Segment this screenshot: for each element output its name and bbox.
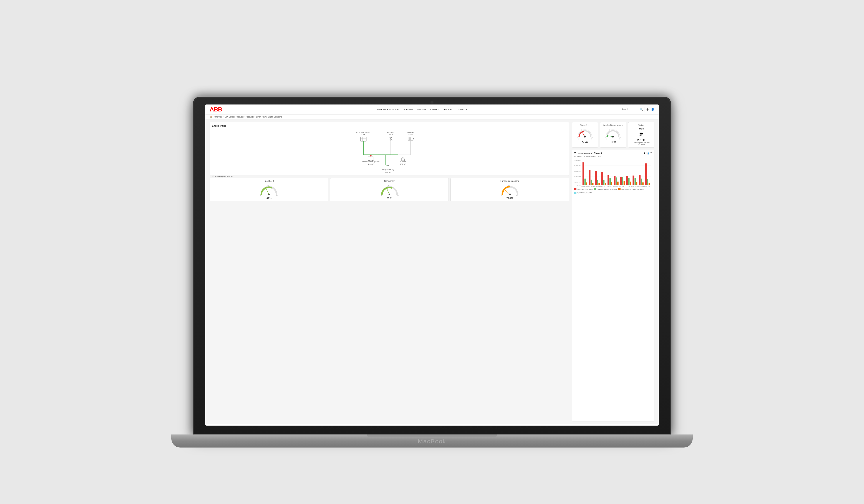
breadcrumb-lv[interactable]: Low Voltage Products xyxy=(225,116,243,118)
svg-rect-17 xyxy=(409,137,411,140)
legend-color-green xyxy=(594,188,596,190)
svg-text:Speicher: Speicher xyxy=(407,131,414,133)
svg-marker-32 xyxy=(401,157,405,159)
weather-wind: ↙ 2,8 m/s xyxy=(630,144,652,146)
svg-text:50: 50 xyxy=(581,129,582,130)
legend-label-1: Eigenzähler (P+) [kWh] xyxy=(577,189,593,190)
search-icon: 🔍 xyxy=(640,108,643,111)
verbrauch-subtitle: Dezember 2023 - November 2024 xyxy=(574,155,652,157)
svg-text:Oktober 2024: Oktober 2024 xyxy=(643,186,650,187)
svg-line-43 xyxy=(266,188,269,194)
nav-services[interactable]: Services xyxy=(417,108,427,111)
ladesaulen-title: Ladesäulen gesamt xyxy=(453,180,567,182)
speicher2-value: 61 % xyxy=(332,197,447,200)
nav-about[interactable]: About us xyxy=(443,108,452,111)
svg-rect-100 xyxy=(620,177,622,185)
svg-text:10,000 kWh: 10,000 kWh xyxy=(574,176,581,177)
chart-icon[interactable]: 📊 xyxy=(646,152,649,155)
legend-color-orange xyxy=(619,188,621,190)
autarkie-icon: ☀ xyxy=(212,175,214,178)
svg-point-28 xyxy=(368,160,370,161)
svg-rect-109 xyxy=(639,175,640,185)
svg-text:50: 50 xyxy=(267,185,269,186)
svg-rect-102 xyxy=(624,181,625,185)
svg-text:33,8 kW: 33,8 kW xyxy=(385,171,392,173)
home-icon[interactable]: 🏠 xyxy=(209,116,212,118)
svg-text:Januar 2024: Januar 2024 xyxy=(587,186,593,187)
wechselrichter-value: 1 kW xyxy=(602,141,624,144)
verbrauch-header: Verbrauchsdaten 12 Monate ⬇ 📊 ⛶ xyxy=(574,152,652,155)
breadcrumb-smart: Smart Power Digital Solutions xyxy=(256,116,282,118)
eigenzahler-value: 34 kW xyxy=(574,141,596,144)
settings-icon[interactable]: ⚙ xyxy=(646,108,649,111)
svg-text:Windkraft: Windkraft xyxy=(387,131,395,133)
legend-color-cyan xyxy=(574,192,576,194)
laptop-base xyxy=(171,434,693,447)
autarkie-value: Autarkiegrad 2,87 % xyxy=(215,175,233,178)
ladesaulen-value: 7,3 kW xyxy=(453,197,567,200)
svg-text:0: 0 xyxy=(577,137,578,139)
nav-careers[interactable]: Careers xyxy=(430,108,439,111)
svg-rect-101 xyxy=(622,177,623,185)
energy-flow-content: PV Anlage gesamt 1 kW Windkraf xyxy=(212,130,567,173)
verbrauch-actions: ⬇ 📊 ⛶ xyxy=(644,152,652,155)
svg-rect-2 xyxy=(360,137,366,141)
laptop-hinge xyxy=(367,434,497,437)
speicher2-card: Speicher 2 0 xyxy=(330,178,449,201)
energiefluss-card: Energiefluss PV Anlage gesamt 1 kW xyxy=(209,122,569,176)
legend-label-4: Eigenzähler (P-) [kWh] xyxy=(577,192,592,194)
breadcrumb-offerings[interactable]: Offerings xyxy=(214,116,222,118)
svg-rect-86 xyxy=(591,180,592,185)
svg-text:50: 50 xyxy=(609,129,610,130)
eigenzahler-gauge-svg: 0 50 100 xyxy=(576,128,594,140)
download-icon[interactable]: ⬇ xyxy=(644,152,646,155)
svg-point-66 xyxy=(612,136,614,137)
search-input[interactable] xyxy=(621,108,639,111)
search-box[interactable]: 🔍 xyxy=(620,107,645,112)
nav-industries[interactable]: Industries xyxy=(403,108,413,111)
svg-rect-87 xyxy=(592,183,593,185)
svg-rect-112 xyxy=(645,163,647,185)
svg-text:Juli 2024: Juli 2024 xyxy=(626,186,630,187)
speicher2-gauge: 0 100 50 xyxy=(332,183,447,196)
weather-temp: 2,8 °C xyxy=(630,139,652,142)
svg-text:Betrieb: Betrieb xyxy=(400,161,406,163)
verbrauchsdaten-card: Verbrauchsdaten 12 Monate ⬇ 📊 ⛶ Dezember… xyxy=(572,150,655,421)
legend-pv: PV Anlage gesamt (P+) [kWh] xyxy=(594,188,617,190)
svg-text:0: 0 xyxy=(605,137,606,139)
nav-products[interactable]: Products & Solutions xyxy=(377,108,399,111)
speicher1-gauge-svg: 0 100 50 xyxy=(259,183,279,196)
laptop-lid: ABB Products & Solutions Industries Serv… xyxy=(193,97,671,435)
svg-rect-108 xyxy=(636,182,637,185)
energy-flow-svg: PV Anlage gesamt 1 kW Windkraf xyxy=(212,130,567,173)
svg-text:0 kW: 0 kW xyxy=(409,134,413,136)
svg-text:Ladestationen gesamt: Ladestationen gesamt xyxy=(362,161,380,163)
svg-line-12 xyxy=(391,139,393,140)
user-icon[interactable]: 👤 xyxy=(651,108,655,111)
svg-text:0 kW: 0 kW xyxy=(389,134,393,136)
svg-text:5,000 kWh: 5,000 kWh xyxy=(575,181,580,183)
svg-text:0 kWh: 0 kWh xyxy=(577,184,581,186)
screen: ABB Products & Solutions Industries Serv… xyxy=(205,105,659,425)
fullscreen-icon[interactable]: ⛶ xyxy=(650,152,652,155)
legend-color-red xyxy=(574,188,576,190)
main-content: Energiefluss PV Anlage gesamt 1 kW xyxy=(205,119,659,424)
svg-text:Februar 2024: Februar 2024 xyxy=(593,186,600,187)
svg-point-29 xyxy=(372,160,373,161)
svg-line-53 xyxy=(505,190,510,194)
eigenzahler-card: Eigenzähler xyxy=(572,122,598,147)
wetter-city: Wels xyxy=(630,128,652,130)
svg-rect-92 xyxy=(603,180,604,185)
wechselrichter-card: Wechselrichter gesamt 0 xyxy=(600,122,626,147)
svg-rect-105 xyxy=(630,182,631,185)
speicher2-gauge-svg: 0 100 50 xyxy=(380,183,399,196)
nav-contact[interactable]: Contact us xyxy=(456,108,467,111)
ladesaulen-gauge: 0 125 60 xyxy=(453,183,567,196)
chart-svg: 25,000 kWh 20,000 kWh 15,000 kWh 10,000 … xyxy=(574,159,652,187)
svg-rect-104 xyxy=(628,178,629,185)
svg-rect-83 xyxy=(585,179,586,185)
svg-rect-110 xyxy=(641,179,642,185)
svg-text:Juni 2024: Juni 2024 xyxy=(619,186,624,187)
svg-rect-98 xyxy=(616,178,617,185)
breadcrumb-products[interactable]: Products xyxy=(246,116,254,118)
